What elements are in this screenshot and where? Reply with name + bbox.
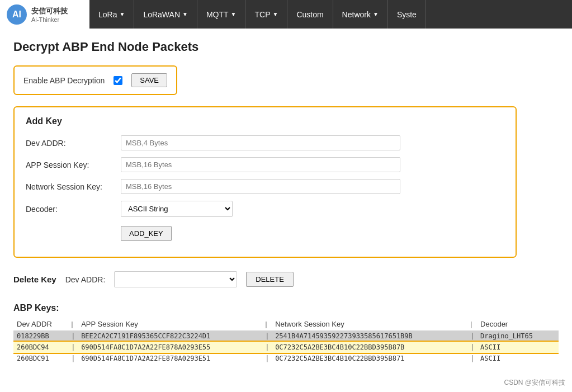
pipe-sep: | [470, 318, 477, 330]
delete-button[interactable]: DELETE [246, 272, 294, 287]
pipe-sep: | [71, 318, 78, 330]
chevron-down-icon: ▼ [272, 11, 278, 17]
nav-item-lora[interactable]: LoRa ▼ [89, 0, 134, 29]
abp-keys-table: Dev ADDR | APP Session Key | Network Ses… [13, 318, 559, 364]
decoder-select[interactable]: ASCII String Dragino_LHT65 Custom [121, 201, 233, 217]
pipe-sep: | [470, 330, 477, 342]
chevron-down-icon: ▼ [373, 11, 379, 17]
nav-item-system[interactable]: Syste [388, 0, 426, 29]
nav-item-lorawan[interactable]: LoRaWAN ▼ [134, 0, 197, 29]
table-cell: 018229BB [13, 330, 71, 342]
dev-addr-label: Dev ADDR: [26, 139, 121, 148]
delete-addr-select[interactable] [114, 271, 237, 287]
add-key-title: Add Key [26, 116, 504, 126]
pipe-sep: | [71, 353, 78, 364]
page-title: Decrypt ABP End Node Packets [13, 40, 559, 54]
enable-abp-section: Enable ABP Decryption SAVE [13, 65, 177, 95]
delete-key-title: Delete Key [13, 275, 56, 284]
table-cell: 690D514FA8C1D7A2A22FE878A0293E51 [78, 353, 265, 364]
logo: AI 安信可科技 Ai-Thinker [0, 0, 89, 29]
table-cell: BEE2CA2C7191F895365CCF822C3224D1 [78, 330, 265, 342]
col-decoder: Decoder [477, 318, 559, 330]
logo-text: 安信可科技 Ai-Thinker [31, 6, 68, 23]
abp-keys-tbody: 018229BB|BEE2CA2C7191F895365CCF822C3224D… [13, 330, 559, 364]
col-network-session-key: Network Session Key [272, 318, 470, 330]
nav-item-network[interactable]: Network ▼ [333, 0, 388, 29]
pipe-sep: | [265, 330, 272, 342]
enable-abp-label: Enable ABP Decryption [23, 76, 105, 85]
add-key-section: Add Key Dev ADDR: APP Session Key: Netwo… [13, 106, 517, 258]
pipe-sep: | [71, 342, 78, 353]
add-key-button[interactable]: ADD_KEY [121, 226, 172, 241]
company-sub: Ai-Thinker [31, 16, 68, 23]
pipe-sep: | [265, 353, 272, 364]
dev-addr-row: Dev ADDR: [26, 135, 504, 150]
table-row: 018229BB|BEE2CA2C7191F895365CCF822C3224D… [13, 330, 559, 342]
network-session-key-row: Network Session Key: [26, 179, 504, 194]
table-cell: ASCII [477, 342, 559, 353]
table-header-row: Dev ADDR | APP Session Key | Network Ses… [13, 318, 559, 330]
table-row: 260BDC91|690D514FA8C1D7A2A22FE878A0293E5… [13, 353, 559, 364]
company-name: 安信可科技 [31, 6, 68, 16]
delete-key-section: Delete Key Dev ADDR: DELETE [13, 271, 559, 287]
table-cell: 0C7232C5A2BE3BC4B10C22BBD395B87B [272, 342, 470, 353]
delete-addr-label: Dev ADDR: [65, 275, 106, 284]
abp-keys-title: ABP Keys: [13, 303, 559, 313]
abp-keys-container: ABP Keys: Dev ADDR | APP Session Key | N… [13, 303, 559, 364]
navbar: AI 安信可科技 Ai-Thinker LoRa ▼ LoRaWAN ▼ MQT… [0, 0, 572, 29]
app-session-key-label: APP Session Key: [26, 160, 121, 169]
footer-text: CSDN @安信可科技 [504, 379, 565, 386]
dev-addr-input[interactable] [121, 135, 400, 150]
logo-icon: AI [7, 4, 27, 25]
decoder-label: Decoder: [26, 205, 121, 214]
pipe-sep: | [265, 318, 272, 330]
chevron-down-icon: ▼ [119, 11, 125, 17]
app-session-key-row: APP Session Key: [26, 157, 504, 172]
enable-abp-checkbox[interactable] [114, 76, 122, 85]
add-key-btn-row: ADD_KEY [26, 224, 504, 241]
footer: CSDN @安信可科技 [504, 378, 565, 388]
network-session-key-input[interactable] [121, 179, 400, 194]
chevron-down-icon: ▼ [231, 11, 237, 17]
save-button[interactable]: SAVE [131, 73, 167, 87]
col-app-session-key: APP Session Key [78, 318, 265, 330]
nav-items: LoRa ▼ LoRaWAN ▼ MQTT ▼ TCP ▼ Custom Net… [89, 0, 426, 29]
network-session-key-label: Network Session Key: [26, 182, 121, 191]
table-cell: 260BDC91 [13, 353, 71, 364]
table-cell: Dragino_LHT65 [477, 330, 559, 342]
table-cell: 260BDC94 [13, 342, 71, 353]
chevron-down-icon: ▼ [182, 11, 188, 17]
col-dev-addr: Dev ADDR [13, 318, 71, 330]
table-cell: ASCII [477, 353, 559, 364]
pipe-sep: | [470, 342, 477, 353]
table-cell: 2541B4A714593592273933585617651B9B [272, 330, 470, 342]
pipe-sep: | [470, 353, 477, 364]
nav-item-tcp[interactable]: TCP ▼ [245, 0, 287, 29]
decoder-row: Decoder: ASCII String Dragino_LHT65 Cust… [26, 201, 504, 217]
table-row: 260BDC94|690D514FA8C1D7A2A22FE878A0293E5… [13, 342, 559, 353]
main-content: Decrypt ABP End Node Packets Enable ABP … [0, 29, 572, 392]
pipe-sep: | [265, 342, 272, 353]
table-cell: 0C7232C5A2BE3BC4B10C22BBD395B871 [272, 353, 470, 364]
nav-item-mqtt[interactable]: MQTT ▼ [197, 0, 246, 29]
app-session-key-input[interactable] [121, 157, 400, 172]
table-cell: 690D514FA8C1D7A2A22FE878A0293E55 [78, 342, 265, 353]
pipe-sep: | [71, 330, 78, 342]
nav-item-custom[interactable]: Custom [287, 0, 333, 29]
